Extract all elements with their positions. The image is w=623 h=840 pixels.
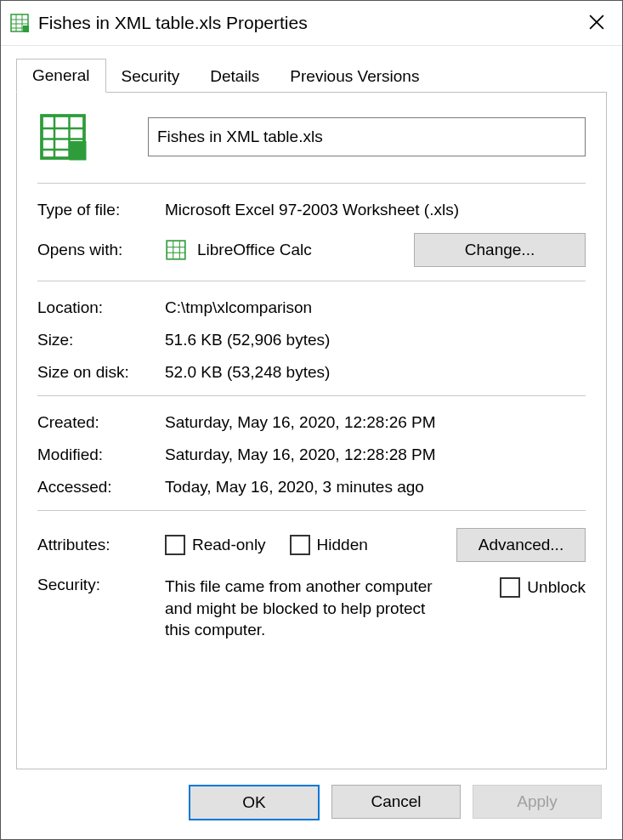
created-label: Created:: [37, 413, 165, 432]
modified-label: Modified:: [37, 446, 165, 464]
security-text: This file came from another computer and…: [165, 576, 445, 641]
advanced-button[interactable]: Advanced...: [456, 528, 586, 562]
type-of-file-value: Microsoft Excel 97-2003 Worksheet (.xls): [165, 201, 586, 219]
cancel-button[interactable]: Cancel: [331, 785, 461, 819]
divider: [37, 510, 586, 511]
opens-with-value: LibreOffice Calc: [197, 241, 414, 259]
apply-button[interactable]: Apply: [473, 785, 602, 819]
divider: [37, 281, 586, 281]
calc-app-icon: [165, 239, 187, 261]
readonly-checkbox[interactable]: [165, 535, 185, 555]
accessed-value: Today, May 16, 2020, 3 minutes ago: [165, 478, 586, 497]
svg-marker-15: [70, 141, 87, 161]
hidden-label: Hidden: [317, 536, 368, 554]
calc-document-icon: [37, 111, 88, 162]
location-label: Location:: [37, 298, 165, 317]
location-value: C:\tmp\xlcomparison: [165, 298, 586, 317]
titlebar: Fishes in XML table.xls Properties: [1, 1, 622, 46]
close-icon: [589, 14, 604, 30]
size-on-disk-value: 52.0 KB (53,248 bytes): [165, 363, 586, 382]
opens-with-label: Opens with:: [37, 241, 165, 259]
change-button[interactable]: Change...: [414, 233, 586, 267]
accessed-label: Accessed:: [37, 478, 165, 497]
size-value: 51.6 KB (52,906 bytes): [165, 331, 586, 349]
filename-input[interactable]: Fishes in XML table.xls: [148, 117, 586, 156]
tab-panel-general: Fishes in XML table.xls Type of file: Mi…: [16, 92, 607, 769]
dialog-footer: OK Cancel Apply: [1, 769, 622, 839]
close-button[interactable]: [580, 14, 614, 32]
properties-window: Fishes in XML table.xls Properties Gener…: [0, 0, 623, 840]
tab-details[interactable]: Details: [195, 60, 275, 93]
created-value: Saturday, May 16, 2020, 12:28:26 PM: [165, 413, 586, 432]
size-label: Size:: [37, 331, 165, 349]
hidden-checkbox[interactable]: [290, 535, 310, 555]
window-title: Fishes in XML table.xls Properties: [38, 13, 580, 33]
divider: [37, 395, 586, 396]
size-on-disk-label: Size on disk:: [37, 363, 165, 382]
ok-button[interactable]: OK: [189, 785, 320, 820]
calc-document-icon: [9, 13, 30, 33]
attributes-label: Attributes:: [37, 536, 165, 554]
divider: [37, 183, 586, 184]
tab-previous-versions[interactable]: Previous Versions: [275, 60, 434, 93]
svg-rect-16: [167, 241, 185, 259]
unblock-checkbox[interactable]: [500, 577, 520, 598]
tab-strip: General Security Details Previous Versio…: [1, 46, 622, 92]
unblock-label: Unblock: [527, 578, 586, 597]
svg-marker-6: [23, 26, 29, 32]
modified-value: Saturday, May 16, 2020, 12:28:28 PM: [165, 446, 586, 464]
tab-general[interactable]: General: [16, 59, 106, 93]
type-of-file-label: Type of file:: [37, 201, 165, 219]
tab-security[interactable]: Security: [106, 60, 195, 93]
filename-value: Fishes in XML table.xls: [157, 128, 323, 146]
readonly-label: Read-only: [192, 536, 266, 554]
security-label: Security:: [37, 576, 165, 594]
